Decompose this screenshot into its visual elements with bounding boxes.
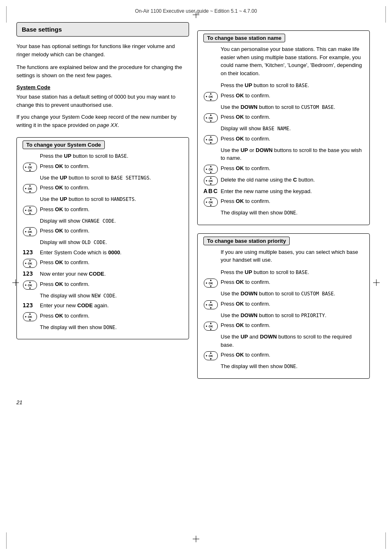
num-badge-sc-15: 123	[23, 302, 37, 309]
base-name-tab: To change base station name	[203, 34, 285, 42]
step-text-bn-1: Press the UP button to scroll to BASE.	[203, 81, 364, 90]
system-code-box: To change your System Code Press the UP …	[16, 137, 189, 339]
step-text-sc-1: Press the UP button to scroll to BASE.	[23, 152, 183, 160]
step-row-bp-4: OK Press OK to confirm.	[203, 300, 364, 309]
ok-btn-icon-bn-9: OK	[203, 176, 218, 185]
ok-btn-icon-bn-11: OK	[203, 198, 218, 207]
ok-btn-icon-sc-4: OK	[23, 184, 37, 193]
step-row-bn-11: OK Press OK to confirm.	[203, 197, 364, 207]
step-text-bp-6: Press OK to confirm.	[221, 321, 364, 329]
step-text-sc-12: Now enter your new CODE.	[40, 270, 183, 278]
step-text-bn-10: Enter the new name using the keypad.	[221, 187, 364, 196]
step-text-bn-12: The display will then show DONE.	[203, 209, 364, 217]
ok-btn-icon-bn-2: OK	[203, 92, 218, 101]
step-row-sc-8: OK Press OK to confirm.	[23, 227, 183, 236]
step-text-sc-8: Press OK to confirm.	[40, 227, 183, 235]
step-text-bn-5: Display will show BASE NAME.	[203, 124, 364, 133]
system-code-tab: To change your System Code	[23, 140, 105, 149]
step-row-sc-16: OK Press OK to confirm.	[23, 312, 183, 321]
step-text-bn-7: Use the UP or DOWN buttons to scroll to …	[203, 146, 364, 162]
step-row-sc-10: 123 Enter System Code which is 0000.	[23, 249, 183, 257]
step-text-sc-17: The display will then show DONE.	[23, 323, 183, 332]
ok-btn-icon-sc-11: OK	[23, 259, 37, 268]
step-text-bn-4: Press OK to confirm.	[221, 113, 364, 121]
step-text-sc-9: Display will show OLD CODE.	[23, 238, 183, 246]
ok-btn-icon-bn-4: OK	[203, 113, 218, 122]
step-text-sc-15: Enter your new CODE again.	[40, 302, 183, 310]
step-row-bp-2: OK Press OK to confirm.	[203, 278, 364, 288]
ok-btn-icon-bn-6: OK	[203, 135, 218, 144]
ok-btn-icon-sc-8: OK	[23, 227, 37, 236]
system-code-text-1: Your base station has a default setting …	[16, 93, 189, 109]
base-name-box-title-wrap: To change base station name	[203, 35, 364, 41]
ok-btn-icon-sc-6: OK	[23, 206, 37, 215]
ok-btn-icon-bn-8: OK	[203, 165, 218, 174]
step-text-sc-10: Enter System Code which is 0000.	[40, 249, 183, 257]
step-text-bn-9: Delete the old name using the C button.	[221, 176, 364, 184]
step-text-sc-4: Press OK to confirm.	[40, 184, 183, 192]
right-mid-crosshair	[373, 279, 380, 287]
system-code-text-2: If you change your System Code keep reco…	[16, 113, 189, 129]
step-text-bp-4: Press OK to confirm.	[221, 300, 364, 308]
ok-btn-icon-sc-2: OK	[23, 163, 37, 172]
step-row-sc-6: OK Press OK to confirm.	[23, 205, 183, 215]
step-text-bp-9: The display will then show DONE.	[203, 362, 364, 371]
step-row-sc-12: 123 Now enter your new CODE.	[23, 270, 183, 278]
step-text-sc-6: Press OK to confirm.	[40, 205, 183, 214]
step-row-bn-8: OK Press OK to confirm.	[203, 164, 364, 174]
step-row-bn-9: OK Delete the old name using the C butto…	[203, 176, 364, 185]
step-row-sc-11: OK Press OK to confirm.	[23, 258, 183, 268]
intro-text-2: The functions are explained below and th…	[16, 63, 189, 79]
step-row-bn-10: ABC Enter the new name using the keypad.	[203, 187, 364, 196]
num-badge-sc-12: 123	[23, 270, 37, 277]
right-column: To change base station name You can pers…	[197, 22, 370, 387]
step-row-bn-2: OK Press OK to confirm.	[203, 92, 364, 101]
step-text-bp-8: Press OK to confirm.	[221, 351, 364, 359]
base-settings-title: Base settings	[16, 22, 189, 37]
ok-btn-icon-bp-6: OK	[203, 322, 218, 331]
step-row-bp-8: OK Press OK to confirm.	[203, 351, 364, 360]
step-text-bp-intro: If you are using multiple bases, you can…	[203, 248, 364, 264]
step-text-bn-11: Press OK to confirm.	[221, 197, 364, 205]
step-text-bn-2: Press OK to confirm.	[221, 92, 364, 100]
ok-btn-icon-sc-16: OK	[23, 312, 37, 321]
ok-btn-icon-bp-2: OK	[203, 279, 218, 288]
step-row-sc-2: OK Press OK to confirm.	[23, 162, 183, 172]
base-name-box: To change base station name You can pers…	[197, 30, 370, 225]
base-priority-box: To change base station priority If you a…	[197, 233, 370, 379]
step-text-bn-intro: You can personalise your base stations. …	[203, 45, 364, 77]
step-text-bn-8: Press OK to confirm.	[221, 164, 364, 173]
step-text-bn-3: Use the DOWN button to scroll to CUSTOM …	[203, 103, 364, 111]
step-text-bp-5: Use the DOWN button to scroll to PRIORIT…	[203, 311, 364, 320]
step-text-bp-2: Press OK to confirm.	[221, 278, 364, 286]
abc-badge-bn-10: ABC	[203, 188, 218, 194]
left-column: Base settings Your base has optional set…	[16, 22, 189, 387]
step-text-bn-6: Press OK to confirm.	[221, 135, 364, 143]
system-code-box-title: To change your System Code	[23, 142, 183, 148]
top-crosshair	[193, 12, 199, 19]
page-number: 21	[0, 395, 392, 410]
base-priority-tab: To change base station priority	[203, 237, 290, 245]
step-text-bp-1: Press the UP button to scroll to BASE.	[203, 268, 364, 276]
step-row-bp-6: OK Press OK to confirm.	[203, 321, 364, 331]
step-text-sc-2: Press OK to confirm.	[40, 162, 183, 170]
ok-btn-icon-bp-4: OK	[203, 300, 218, 309]
ok-btn-icon-sc-13: OK	[23, 281, 37, 290]
step-text-sc-7: Display will show CHANGE CODE.	[23, 217, 183, 225]
base-priority-box-title-wrap: To change base station priority	[203, 238, 364, 244]
step-text-sc-13: Press OK to confirm.	[40, 280, 183, 288]
step-row-bn-6: OK Press OK to confirm.	[203, 135, 364, 144]
step-row-sc-15: 123 Enter your new CODE again.	[23, 302, 183, 310]
ok-btn-icon-bp-8: OK	[203, 351, 218, 360]
bottom-crosshair	[193, 536, 199, 543]
step-text-sc-5: Use the UP button to scroll to HANDSETS.	[23, 195, 183, 203]
step-row-bn-4: OK Press OK to confirm.	[203, 113, 364, 122]
step-text-sc-14: The display will show NEW CODE.	[23, 292, 183, 300]
intro-text-1: Your base has optional settings for func…	[16, 42, 189, 58]
step-row-sc-13: OK Press OK to confirm.	[23, 280, 183, 290]
step-text-sc-16: Press OK to confirm.	[40, 312, 183, 320]
step-text-bp-3: Use the DOWN button to scroll to CUSTOM …	[203, 290, 364, 298]
step-row-sc-4: OK Press OK to confirm.	[23, 184, 183, 193]
system-code-subtitle: System Code	[16, 84, 189, 90]
num-badge-sc-10: 123	[23, 249, 37, 256]
